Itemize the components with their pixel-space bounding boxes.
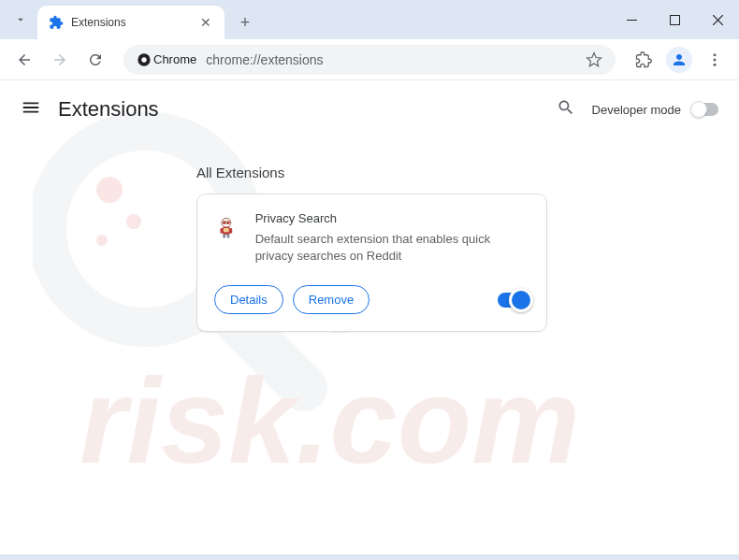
omnibox-chip: Chrome — [153, 52, 196, 66]
profile-button[interactable] — [664, 45, 694, 75]
hamburger-menu[interactable] — [21, 97, 41, 122]
extensions-button[interactable] — [629, 45, 659, 75]
reload-icon — [87, 51, 104, 68]
tab-search-dropdown[interactable] — [7, 7, 34, 33]
new-tab-button[interactable]: + — [232, 9, 258, 36]
arrow-left-icon — [16, 51, 33, 68]
chevron-down-icon — [14, 13, 27, 26]
svg-point-10 — [141, 57, 146, 62]
svg-point-17 — [226, 222, 229, 224]
svg-rect-19 — [224, 228, 229, 232]
url-text: chrome://extensions — [206, 52, 576, 67]
svg-rect-23 — [227, 234, 230, 237]
maximize-button[interactable] — [653, 0, 696, 39]
puzzle-icon — [635, 51, 652, 68]
forward-button[interactable] — [45, 45, 75, 75]
menu-icon — [21, 97, 41, 118]
developer-mode-label: Developer mode — [592, 103, 681, 117]
arrow-right-icon — [51, 51, 68, 68]
chrome-icon: Chrome — [137, 52, 196, 67]
close-icon — [713, 15, 723, 25]
close-icon[interactable]: ✕ — [198, 15, 213, 30]
svg-point-16 — [223, 222, 225, 224]
section-title: All Extensions — [196, 165, 739, 180]
extension-description: Default search extension that enables qu… — [255, 231, 529, 265]
svg-rect-22 — [223, 234, 225, 237]
back-button[interactable] — [9, 45, 39, 75]
minimize-button[interactable] — [610, 0, 653, 39]
developer-mode-toggle[interactable] — [692, 103, 718, 116]
svg-rect-7 — [627, 20, 637, 21]
extension-icon — [214, 211, 239, 245]
browser-tab[interactable]: Extensions ✕ — [37, 6, 225, 39]
svg-point-11 — [714, 53, 717, 56]
maximize-icon — [670, 15, 680, 25]
address-bar[interactable]: Chrome chrome://extensions — [123, 45, 616, 75]
menu-button[interactable] — [700, 45, 730, 75]
star-icon[interactable] — [586, 51, 602, 68]
svg-rect-20 — [220, 228, 223, 234]
search-extensions-button[interactable] — [557, 98, 575, 121]
minimize-icon — [627, 15, 637, 25]
person-icon — [671, 51, 688, 68]
reload-button[interactable] — [80, 45, 110, 75]
svg-rect-8 — [670, 15, 679, 24]
more-vert-icon — [706, 51, 723, 68]
puzzle-icon — [49, 15, 64, 30]
extension-name: Privacy Search — [255, 211, 529, 225]
search-icon — [557, 98, 575, 117]
bottom-border — [0, 554, 739, 560]
svg-rect-21 — [229, 228, 232, 234]
close-window-button[interactable] — [696, 0, 739, 39]
tab-title: Extensions — [71, 16, 198, 29]
details-button[interactable]: Details — [214, 285, 283, 314]
remove-button[interactable]: Remove — [293, 285, 370, 314]
svg-point-13 — [714, 63, 717, 65]
svg-point-12 — [714, 58, 717, 61]
extension-enable-toggle[interactable] — [498, 293, 529, 308]
page-title: Extensions — [58, 97, 557, 122]
extension-card: Privacy Search Default search extension … — [196, 194, 547, 332]
